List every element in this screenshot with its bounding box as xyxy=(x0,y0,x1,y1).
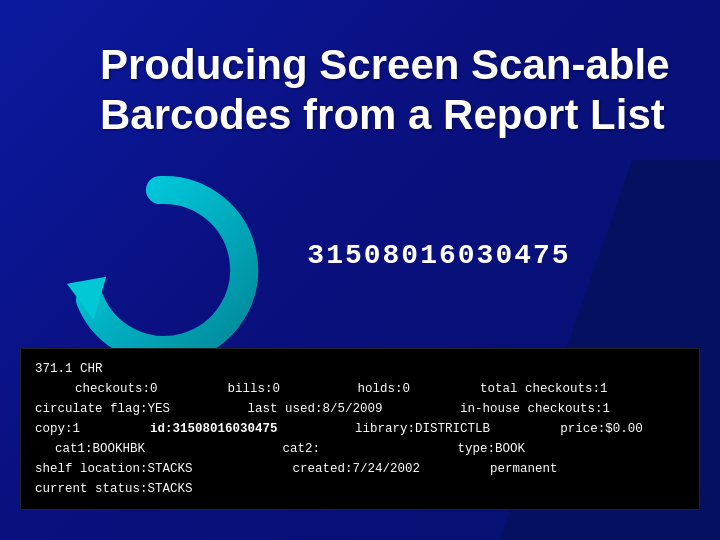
circular-arrow-icon xyxy=(60,170,260,370)
detail-row-shelf: shelf location:STACKS created:7/24/2002 … xyxy=(35,459,685,479)
detail-row-current: current status:STACKS xyxy=(35,479,685,499)
item-details-box: 371.1 CHR checkouts:0 bills:0 holds:0 to… xyxy=(20,348,700,510)
detail-row-circulate: circulate flag:YES last used:8/5/2009 in… xyxy=(35,399,685,419)
title-area: Producing Screen Scan-able Barcodes from… xyxy=(100,40,680,141)
page-title: Producing Screen Scan-able Barcodes from… xyxy=(100,40,680,141)
arrow-graphic xyxy=(60,170,260,370)
detail-row-cat: cat1:BOOKHBK cat2: type:BOOK xyxy=(35,439,685,459)
detail-row-copy: copy:1 id:31508016030475 library:DISTRIC… xyxy=(35,419,685,439)
barcode-display: 31508016030475 xyxy=(307,240,570,271)
detail-row-callnum: 371.1 CHR xyxy=(35,359,685,379)
detail-row-checkouts: checkouts:0 bills:0 holds:0 total checko… xyxy=(35,379,685,399)
